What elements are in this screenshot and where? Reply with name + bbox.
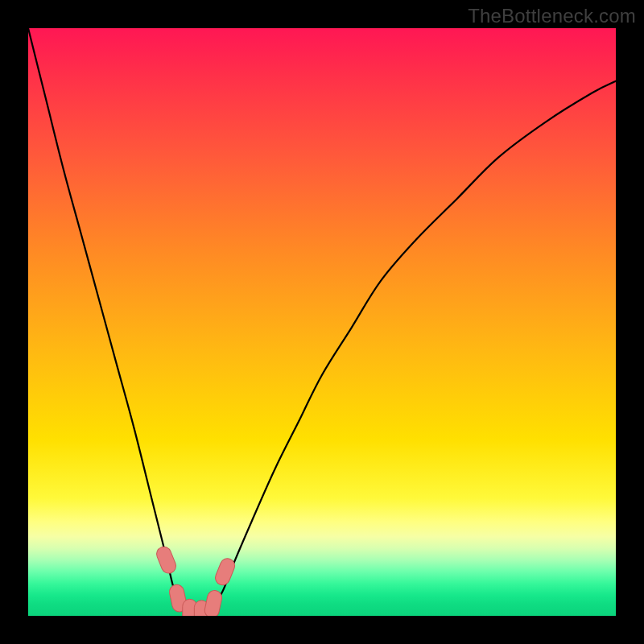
- optimal-marker: [155, 545, 178, 576]
- optimal-marker: [213, 556, 237, 587]
- chart-svg: [28, 28, 616, 616]
- bottleneck-curve-path: [28, 28, 616, 616]
- chart-frame: TheBottleneck.com: [0, 0, 644, 644]
- curve-group: [28, 28, 616, 616]
- watermark-text: TheBottleneck.com: [468, 5, 636, 27]
- optimal-markers-group: [155, 545, 237, 616]
- plot-area: [28, 28, 616, 616]
- optimal-marker: [204, 589, 224, 616]
